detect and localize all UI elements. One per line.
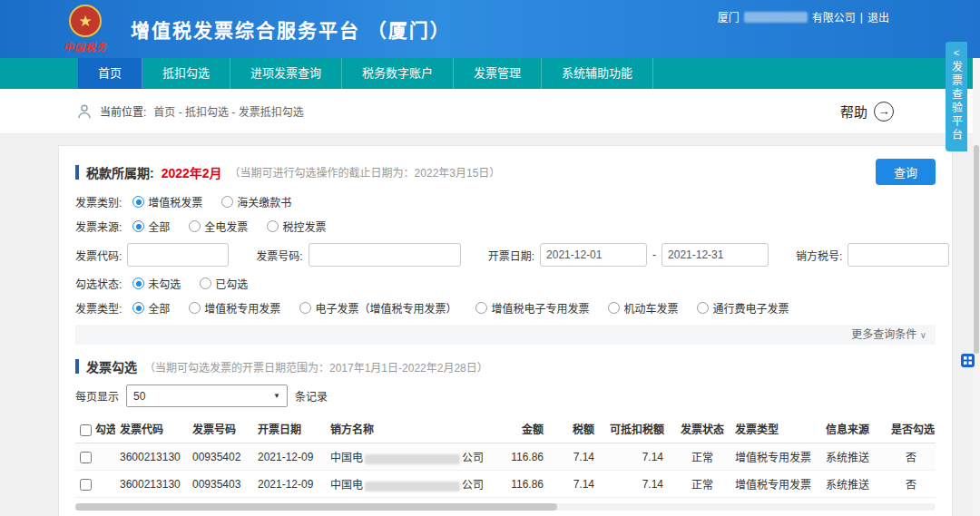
page-size-suffix: 条记录 [295, 388, 328, 404]
cell-status: 正常 [674, 443, 730, 471]
radio-label: 增值税电子专用发票 [491, 300, 589, 316]
invoice-verify-side-tab[interactable]: < 发票查验平台 [946, 42, 967, 151]
cell-amount: 116.86 [498, 471, 554, 498]
radio-customs-receipt[interactable]: 海关缴款书 [221, 194, 291, 209]
national-emblem-icon: ★ [69, 5, 102, 37]
date-to-input[interactable] [662, 243, 769, 267]
radio-dot-icon [267, 220, 279, 232]
radio-unchecked[interactable]: 未勾选 [132, 276, 181, 291]
invoice-check-section-header: 发票勾选 （当期可勾选发票的开票日期范围为：2017年1月1日-2022年2月2… [75, 357, 936, 375]
cell-seller: 中国电公司 [326, 471, 498, 498]
seller-tax-input[interactable] [848, 243, 949, 267]
radio-label: 增值税发票 [148, 194, 202, 209]
check-status-row: 勾选状态: 未勾选 已勾选 [75, 276, 936, 291]
section-accent-bar [75, 359, 79, 374]
main-nav: 首页 抵扣勾选 进项发票查询 税务数字账户 发票管理 系统辅助功能 [0, 58, 980, 89]
radio-dot-icon [189, 302, 201, 314]
invoice-check-note: （当期可勾选发票的开票日期范围为：2017年1月1日-2022年2月28日） [144, 359, 488, 375]
star-glyph: ★ [78, 14, 92, 29]
horizontal-scrollbar[interactable] [75, 503, 936, 511]
page-size-select[interactable]: 50 ▼ [126, 385, 288, 407]
invoice-code-input[interactable] [127, 243, 229, 267]
grid-dots-icon [964, 356, 972, 365]
check-status-label: 勾选状态: [75, 276, 122, 291]
invoice-number-group: 发票号码: [256, 243, 460, 267]
more-filters-link[interactable]: 更多查询条件 ∨ [75, 325, 936, 345]
nav-item-system-aux[interactable]: 系统辅助功能 [542, 58, 653, 89]
collapse-chevron-icon: < [954, 48, 959, 58]
radio-label: 税控发票 [282, 219, 326, 234]
invoice-source-row: 发票来源: 全部 全电发票 税控发票 [75, 219, 936, 234]
radio-type-special[interactable]: 增值税专用发票 [189, 300, 280, 316]
breadcrumb: 当前位置: 首页 - 抵扣勾选 - 发票抵扣勾选 [76, 103, 304, 120]
radio-dot-icon [697, 302, 709, 314]
radio-dot-icon [475, 302, 487, 314]
radio-source-tax-control[interactable]: 税控发票 [267, 219, 326, 234]
radio-type-e-vat-special[interactable]: 增值税电子专用发票 [475, 300, 589, 316]
radio-source-all-electric[interactable]: 全电发票 [189, 219, 248, 234]
col-header-source: 信息来源 [821, 414, 887, 443]
horizontal-scrollbar-thumb[interactable] [75, 503, 557, 511]
radio-dot-icon [132, 277, 144, 289]
radio-label: 全电发票 [204, 219, 248, 234]
seller-tax-label: 销方税号: [796, 248, 842, 263]
seller-tax-group: 销方税号: [796, 243, 949, 267]
nav-item-input-invoice-query[interactable]: 进项发票查询 [230, 58, 342, 89]
nav-item-invoice-manage[interactable]: 发票管理 [454, 58, 542, 89]
header-divider: | [860, 11, 863, 24]
cell-tax: 7.14 [554, 471, 605, 498]
app-header: ★ 中国税务 增值税发票综合服务平台 （厦门） 厦门 有限公司 | 退出 [0, 0, 980, 58]
invoice-code-label: 发票代码: [75, 248, 122, 263]
cell-date: 2021-12-09 [253, 443, 326, 471]
nav-item-tax-digital-account[interactable]: 税务数字账户 [342, 58, 454, 89]
company-name-suffix: 有限公司 [812, 9, 856, 24]
cell-type: 增值税专用发票 [730, 471, 821, 498]
vertical-scrollbar-thumb[interactable] [974, 145, 979, 354]
logout-link[interactable]: 退出 [867, 9, 889, 24]
cell-checked: 否 [887, 471, 936, 498]
row-checkbox[interactable] [80, 479, 92, 491]
radio-type-toll-e[interactable]: 通行费电子发票 [697, 300, 789, 316]
radio-vat-invoice[interactable]: 增值税发票 [132, 194, 202, 209]
col-header-checked: 是否勾选 [887, 414, 936, 443]
col-header-amount: 金额 [498, 414, 554, 443]
radio-type-motor-vehicle[interactable]: 机动车发票 [608, 300, 678, 316]
radio-source-all[interactable]: 全部 [132, 219, 170, 234]
radio-label: 增值税专用发票 [204, 300, 280, 316]
company-name-redacted [744, 12, 808, 23]
radio-type-e-special[interactable]: 电子发票（增值税专用发票） [299, 300, 456, 316]
vertical-scrollbar[interactable] [973, 58, 980, 516]
cell-status: 正常 [674, 471, 730, 498]
main-card: 税款所属期: 2022年2月 （当期可进行勾选操作的截止日期为：2022年3月1… [58, 145, 953, 516]
table-row: 3600213130 00935403 2021-12-09 中国电公司 116… [75, 471, 936, 498]
radio-checked[interactable]: 已勾选 [200, 276, 248, 291]
float-widget-icon[interactable] [961, 354, 975, 367]
cell-source: 系统推送 [821, 471, 887, 498]
cell-code: 3600213130 [115, 471, 188, 498]
invoice-category-row: 发票类别: 增值税发票 海关缴款书 [75, 194, 936, 209]
col-header-tax: 税额 [554, 414, 605, 443]
nav-item-home[interactable]: 首页 [78, 58, 142, 89]
app-title: 增值税发票综合服务平台 （厦门） [131, 15, 451, 43]
date-from-input[interactable] [540, 243, 647, 267]
invoice-category-label: 发票类别: [75, 194, 122, 209]
page-content: 税款所属期: 2022年2月 （当期可进行勾选操作的截止日期为：2022年3月1… [0, 134, 980, 516]
location-person-icon [76, 103, 93, 120]
invoice-number-input[interactable] [309, 243, 461, 267]
date-range-separator: - [652, 248, 656, 261]
invoice-type-label: 发票类型: [75, 300, 122, 316]
radio-type-all[interactable]: 全部 [132, 300, 170, 316]
logo-text: 中国税务 [64, 39, 107, 54]
invoice-source-label: 发票来源: [75, 219, 122, 234]
nav-item-deduct-check[interactable]: 抵扣勾选 [142, 58, 230, 89]
select-all-checkbox[interactable] [80, 424, 92, 436]
help-button[interactable]: 帮助 → [840, 102, 894, 122]
radio-label: 机动车发票 [623, 300, 678, 316]
seller-prefix: 中国电 [330, 479, 363, 492]
invoice-check-title: 发票勾选 [86, 357, 137, 375]
help-label: 帮助 [840, 102, 867, 121]
period-section-header: 税款所属期: 2022年2月 （当期可进行勾选操作的截止日期为：2022年3月1… [75, 159, 936, 185]
row-checkbox[interactable] [80, 452, 92, 463]
radio-label: 全部 [148, 219, 170, 234]
query-button[interactable]: 查询 [876, 159, 936, 185]
